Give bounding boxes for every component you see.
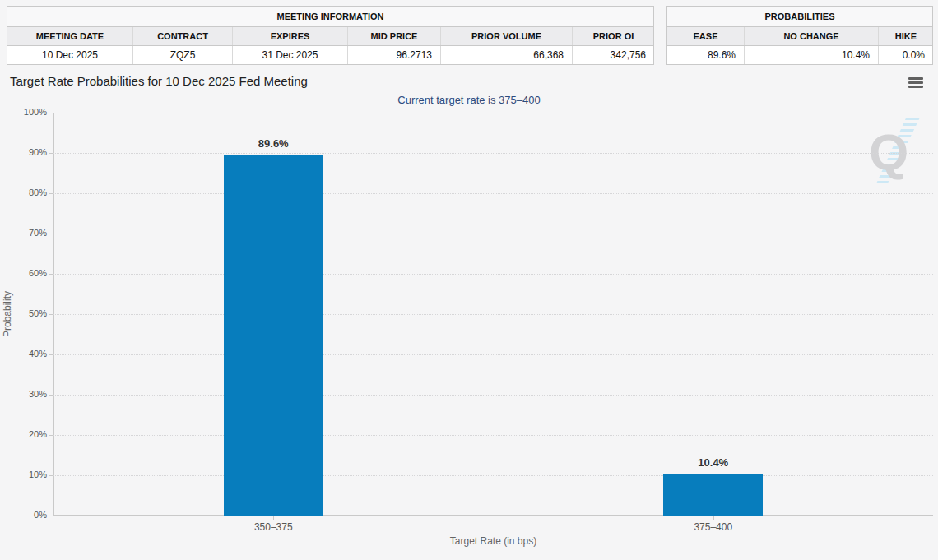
- probabilities-value-row: 89.6% 10.4% 0.0%: [667, 46, 932, 64]
- expires-value: 31 Dec 2025: [232, 46, 347, 64]
- y-axis-tick: [49, 314, 53, 315]
- fedwatch-tool-screen: MEETING INFORMATION MEETING DATE CONTRAC…: [0, 0, 938, 560]
- y-axis-label: 10%: [0, 470, 47, 479]
- x-axis-label: 350–375: [224, 521, 323, 533]
- y-axis-tick: [49, 516, 53, 516]
- y-axis-tick: [49, 475, 53, 476]
- col-mid-price: MID PRICE: [347, 27, 440, 45]
- col-hike: HIKE: [878, 27, 933, 45]
- probability-bar[interactable]: [224, 155, 323, 516]
- x-axis-tick: [713, 516, 714, 520]
- probabilities-table: PROBABILITIES EASE NO CHANGE HIKE 89.6% …: [666, 6, 933, 65]
- probabilities-title: PROBABILITIES: [667, 7, 932, 27]
- x-axis-title: Target Rate (in bps): [53, 535, 933, 547]
- contract-value: ZQZ5: [132, 46, 232, 64]
- meeting-information-value-row: 10 Dec 2025 ZQZ5 31 Dec 2025 96.2713 66,…: [7, 46, 653, 64]
- y-axis-tick: [49, 113, 53, 113]
- col-expires: EXPIRES: [232, 27, 347, 45]
- chart-title: Target Rate Probabilities for 10 Dec 202…: [10, 74, 308, 88]
- y-gridline: [53, 193, 933, 194]
- y-gridline: [53, 153, 933, 154]
- col-prior-oi: PRIOR OI: [572, 27, 654, 45]
- ease-value: 89.6%: [667, 46, 744, 64]
- hike-value: 0.0%: [878, 46, 933, 64]
- y-gridline: [53, 274, 933, 275]
- bar-data-label: 89.6%: [224, 137, 323, 150]
- y-gridline: [53, 395, 933, 396]
- y-axis-tick: [49, 274, 53, 275]
- col-meeting-date: MEETING DATE: [7, 27, 132, 45]
- probability-bar[interactable]: [663, 474, 763, 516]
- y-gridline: [53, 354, 933, 355]
- y-axis-label: 0%: [0, 510, 47, 520]
- prior-oi-value: 342,756: [572, 46, 654, 64]
- chart-subtitle: Current target rate is 375–400: [0, 94, 938, 106]
- meeting-information-title: MEETING INFORMATION: [7, 7, 653, 27]
- y-axis-title: Probability: [2, 183, 13, 446]
- prior-volume-value: 66,368: [440, 46, 572, 64]
- y-axis-label: 90%: [0, 147, 47, 157]
- y-gridline: [53, 475, 933, 476]
- y-axis-tick: [49, 435, 53, 436]
- menu-bar: [908, 81, 923, 84]
- x-axis-tick: [273, 516, 274, 520]
- meeting-information-table: MEETING INFORMATION MEETING DATE CONTRAC…: [7, 6, 654, 65]
- col-no-change: NO CHANGE: [744, 27, 878, 45]
- y-gridline: [53, 314, 933, 315]
- y-axis-tick: [49, 153, 53, 154]
- y-gridline: [53, 113, 933, 113]
- hamburger-menu-icon[interactable]: [908, 77, 923, 90]
- menu-bar: [908, 86, 923, 88]
- probabilities-header-row: EASE NO CHANGE HIKE: [667, 27, 932, 46]
- menu-bar: [908, 77, 923, 80]
- no-change-value: 10.4%: [744, 46, 878, 64]
- y-gridline: [53, 234, 933, 234]
- mid-price-value: 96.2713: [347, 46, 440, 64]
- y-axis-label: 100%: [0, 107, 47, 117]
- x-axis-label: 375–400: [664, 521, 763, 533]
- meeting-date-value: 10 Dec 2025: [7, 46, 132, 64]
- col-contract: CONTRACT: [132, 27, 232, 45]
- bar-data-label: 10.4%: [664, 456, 763, 469]
- y-axis-tick: [49, 193, 53, 194]
- col-ease: EASE: [667, 27, 744, 45]
- y-axis-tick: [49, 395, 53, 396]
- y-axis-tick: [49, 354, 53, 355]
- meeting-information-header-row: MEETING DATE CONTRACT EXPIRES MID PRICE …: [7, 27, 653, 46]
- col-prior-volume: PRIOR VOLUME: [440, 27, 572, 45]
- y-gridline: [53, 435, 933, 436]
- y-axis-tick: [49, 234, 53, 234]
